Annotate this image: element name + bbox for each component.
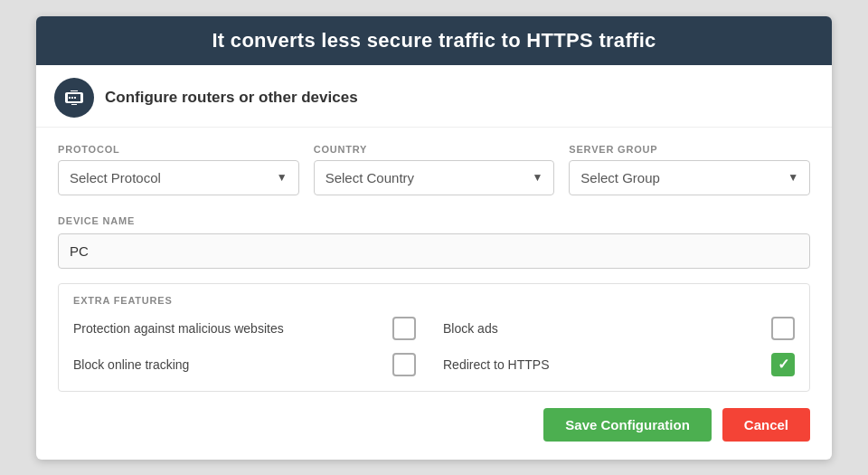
country-arrow-icon: ▼ — [532, 171, 542, 184]
buttons-row: Save Configuration Cancel — [58, 408, 810, 442]
country-label: COUNTRY — [314, 144, 555, 155]
country-value: Select Country — [326, 170, 414, 185]
header-title: Configure routers or other devices — [105, 89, 358, 107]
extra-features-section: EXTRA FEATURES Protection against malici… — [58, 283, 810, 392]
feature-label-protection: Protection against malicious websites — [73, 321, 284, 336]
header-row: Configure routers or other devices — [36, 65, 832, 128]
device-name-section: DEVICE NAME — [58, 212, 810, 269]
checkbox-block-ads[interactable] — [771, 317, 795, 340]
feature-label-block-ads: Block ads — [443, 321, 498, 336]
country-select-display[interactable]: Select Country ▼ — [315, 161, 554, 195]
tooltip-banner: It converts less secure traffic to HTTPS… — [36, 16, 832, 65]
checkbox-redirect-https[interactable] — [771, 353, 795, 376]
server-group-field-group: SERVER GROUP Select Group ▼ — [569, 144, 810, 195]
features-grid: Protection against malicious websites Bl… — [73, 317, 795, 376]
extra-features-label: EXTRA FEATURES — [73, 295, 795, 306]
router-icon — [54, 78, 94, 118]
server-group-value: Select Group — [580, 170, 660, 185]
feature-item-block-ads: Block ads — [434, 317, 795, 340]
feature-item-protection: Protection against malicious websites — [73, 317, 434, 340]
dropdowns-row: PROTOCOL Select Protocol ▼ COUNTRY Selec… — [58, 144, 810, 195]
protocol-arrow-icon: ▼ — [277, 171, 288, 184]
form-body: PROTOCOL Select Protocol ▼ COUNTRY Selec… — [36, 128, 832, 460]
server-group-select-display[interactable]: Select Group ▼ — [570, 161, 809, 195]
server-group-arrow-icon: ▼ — [788, 171, 798, 184]
feature-label-redirect-https: Redirect to HTTPS — [443, 357, 549, 372]
router-svg — [63, 87, 85, 109]
server-group-select[interactable]: Select Group ▼ — [569, 160, 810, 195]
main-container: It converts less secure traffic to HTTPS… — [36, 16, 832, 460]
country-field-group: COUNTRY Select Country ▼ — [314, 144, 555, 195]
protocol-value: Select Protocol — [70, 170, 161, 185]
protocol-select-display[interactable]: Select Protocol ▼ — [59, 161, 298, 195]
feature-label-block-tracking: Block online tracking — [73, 357, 189, 372]
feature-item-redirect-https: Redirect to HTTPS — [434, 353, 795, 376]
checkbox-block-tracking[interactable] — [392, 353, 416, 376]
protocol-label: PROTOCOL — [58, 144, 299, 155]
protocol-field-group: PROTOCOL Select Protocol ▼ — [58, 144, 299, 195]
device-name-label: DEVICE NAME — [58, 215, 135, 226]
server-group-label: SERVER GROUP — [569, 144, 810, 155]
country-select[interactable]: Select Country ▼ — [314, 160, 555, 195]
checkbox-protection[interactable] — [392, 317, 416, 340]
feature-item-block-tracking: Block online tracking — [73, 353, 434, 376]
tooltip-text: It converts less secure traffic to HTTPS… — [212, 29, 656, 52]
device-name-input[interactable] — [58, 233, 810, 269]
save-button[interactable]: Save Configuration — [543, 408, 712, 442]
protocol-select[interactable]: Select Protocol ▼ — [58, 160, 299, 195]
cancel-button[interactable]: Cancel — [722, 408, 810, 442]
